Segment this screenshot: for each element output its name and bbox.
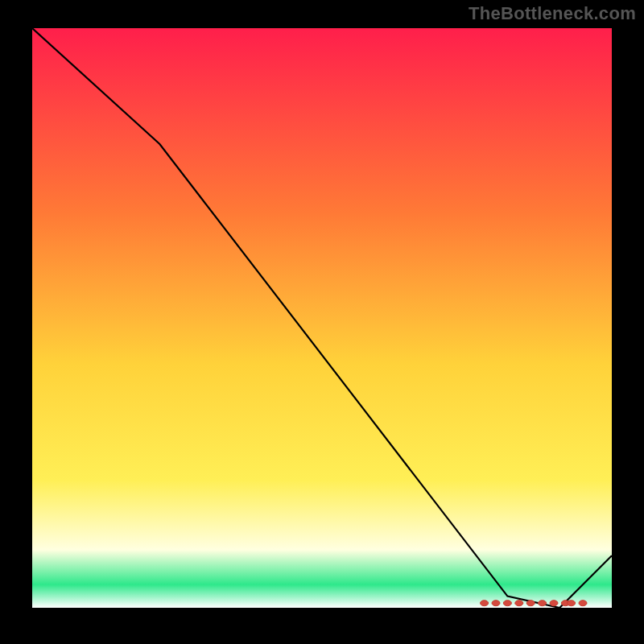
optimal-marker	[526, 601, 535, 606]
optimal-marker	[503, 601, 511, 606]
gradient-background	[32, 28, 612, 608]
plot-area	[32, 28, 612, 608]
plot-svg	[32, 28, 612, 608]
optimal-marker	[492, 601, 500, 606]
chart-frame: TheBottleneck.com	[0, 0, 644, 644]
optimal-marker	[481, 601, 489, 606]
optimal-marker	[550, 601, 558, 606]
optimal-marker	[539, 601, 547, 606]
optimal-marker	[568, 601, 576, 606]
attribution-label: TheBottleneck.com	[469, 3, 636, 24]
optimal-band-markers	[481, 601, 587, 606]
optimal-marker	[515, 601, 523, 606]
optimal-marker	[579, 601, 587, 606]
